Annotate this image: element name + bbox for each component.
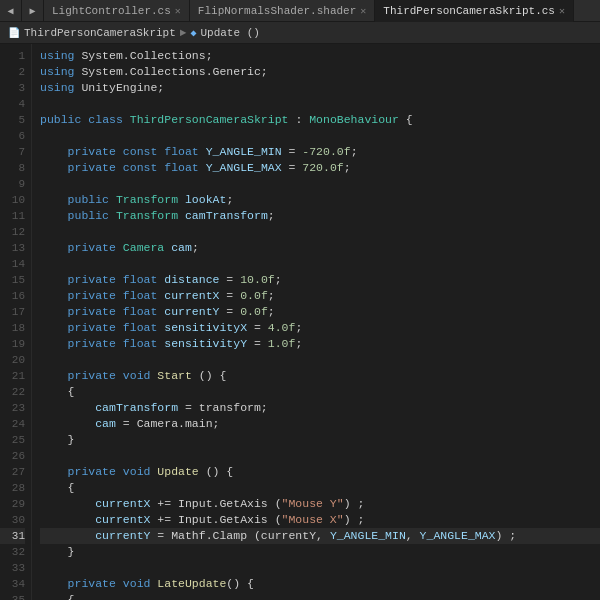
code-line-10: public Transform lookAt; (40, 192, 600, 208)
tab-light[interactable]: LightController.cs ✕ (44, 0, 190, 22)
code-line-19: private float sensitivityY = 1.0f; (40, 336, 600, 352)
breadcrumb-file[interactable]: ThirdPersonCameraSkript (24, 27, 176, 39)
tab-next-btn[interactable]: ▶ (22, 0, 44, 22)
code-line-4 (40, 96, 600, 112)
tab-prev-btn[interactable]: ◀ (0, 0, 22, 22)
code-line-8: private const float Y_ANGLE_MAX = 720.0f… (40, 160, 600, 176)
code-line-23: camTransform = transform; (40, 400, 600, 416)
tab-light-close[interactable]: ✕ (175, 5, 181, 17)
code-line-14 (40, 256, 600, 272)
code-line-2: using System.Collections.Generic; (40, 64, 600, 80)
code-line-31: currentY = Mathf.Clamp (currentY, Y_ANGL… (40, 528, 600, 544)
tab-third-label: ThirdPersonCameraSkript.cs (383, 5, 555, 17)
code-line-26 (40, 448, 600, 464)
code-line-6 (40, 128, 600, 144)
code-line-25: } (40, 432, 600, 448)
code-line-15: private float distance = 10.0f; (40, 272, 600, 288)
code-line-30: currentX += Input.GetAxis ("Mouse X") ; (40, 512, 600, 528)
tab-light-label: LightController.cs (52, 5, 171, 17)
code-content[interactable]: using System.Collections;using System.Co… (32, 44, 600, 600)
code-line-16: private float currentX = 0.0f; (40, 288, 600, 304)
code-line-3: using UnityEngine; (40, 80, 600, 96)
code-line-34: private void LateUpdate() { (40, 576, 600, 592)
member-icon: ◆ (190, 27, 196, 39)
code-line-32: } (40, 544, 600, 560)
tab-flip-close[interactable]: ✕ (360, 5, 366, 17)
code-line-20 (40, 352, 600, 368)
code-line-7: private const float Y_ANGLE_MIN = -720.0… (40, 144, 600, 160)
tab-bar: ◀ ▶ LightController.cs ✕ FlipNormalsShad… (0, 0, 600, 22)
code-line-11: public Transform camTransform; (40, 208, 600, 224)
line-numbers: 1234567891011121314151617181920212223242… (0, 44, 32, 600)
breadcrumb-sep: ► (180, 27, 187, 39)
code-line-21: private void Start () { (40, 368, 600, 384)
code-line-17: private float currentY = 0.0f; (40, 304, 600, 320)
breadcrumb-member[interactable]: Update () (200, 27, 259, 39)
code-line-18: private float sensitivityX = 4.0f; (40, 320, 600, 336)
code-line-13: private Camera cam; (40, 240, 600, 256)
code-line-35: { (40, 592, 600, 600)
tab-flip[interactable]: FlipNormalsShader.shader ✕ (190, 0, 375, 22)
code-line-24: cam = Camera.main; (40, 416, 600, 432)
code-line-9 (40, 176, 600, 192)
code-area: 1234567891011121314151617181920212223242… (0, 44, 600, 600)
code-line-33 (40, 560, 600, 576)
tab-third-close[interactable]: ✕ (559, 5, 565, 17)
code-line-29: currentX += Input.GetAxis ("Mouse Y") ; (40, 496, 600, 512)
tab-third[interactable]: ThirdPersonCameraSkript.cs ✕ (375, 0, 574, 22)
code-line-22: { (40, 384, 600, 400)
breadcrumb-bar: 📄 ThirdPersonCameraSkript ► ◆ Update () (0, 22, 600, 44)
file-icon: 📄 (8, 27, 20, 39)
code-line-28: { (40, 480, 600, 496)
code-line-5: public class ThirdPersonCameraSkript : M… (40, 112, 600, 128)
code-line-27: private void Update () { (40, 464, 600, 480)
tab-flip-label: FlipNormalsShader.shader (198, 5, 356, 17)
code-line-12 (40, 224, 600, 240)
code-line-1: using System.Collections; (40, 48, 600, 64)
